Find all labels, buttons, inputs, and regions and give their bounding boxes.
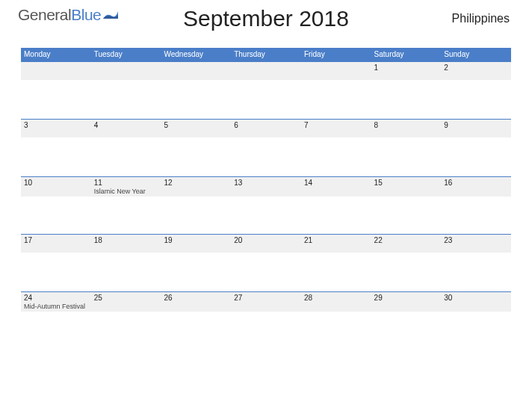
- weekday-header: Sunday: [441, 48, 511, 61]
- day-cell: 5: [161, 120, 231, 137]
- calendar: Monday Tuesday Wednesday Thursday Friday…: [0, 48, 532, 349]
- weekday-header-row: Monday Tuesday Wednesday Thursday Friday…: [21, 48, 511, 61]
- weekday-header: Saturday: [371, 48, 442, 61]
- day-cell: 19: [161, 235, 231, 253]
- day-cell: 16: [441, 177, 511, 197]
- day-cell: [301, 62, 371, 80]
- week-row: 1 2: [21, 61, 511, 119]
- day-cell: 9: [441, 120, 511, 137]
- day-cell: 21: [301, 235, 371, 253]
- day-cell: 24Mid-Autumn Festival: [21, 292, 91, 312]
- day-cell: 2: [441, 62, 511, 80]
- day-cell: 25: [91, 292, 161, 312]
- day-cell: 13: [231, 177, 301, 197]
- day-cell: 15: [371, 177, 442, 197]
- day-cell: 22: [371, 235, 442, 253]
- day-cell: [91, 62, 161, 80]
- day-cell: 12: [161, 177, 231, 197]
- day-cell: [21, 62, 91, 80]
- day-cell: 14: [301, 177, 371, 197]
- weekday-header: Monday: [21, 48, 91, 61]
- day-cell: 20: [231, 235, 301, 253]
- day-cell: 4: [91, 120, 161, 137]
- day-cell: 26: [161, 292, 231, 312]
- day-cell: 17: [21, 235, 91, 253]
- day-cell: 8: [371, 120, 442, 137]
- weekday-header: Friday: [301, 48, 371, 61]
- week-row: 10 11Islamic New Year 12 13 14 15 16: [21, 176, 511, 234]
- day-cell: 1: [371, 62, 442, 80]
- day-cell: [161, 62, 231, 80]
- day-cell: 27: [231, 292, 301, 312]
- day-cell: 23: [441, 235, 511, 253]
- day-cell: 10: [21, 177, 91, 197]
- day-cell: 11Islamic New Year: [91, 177, 161, 197]
- day-cell: 6: [231, 120, 301, 137]
- day-cell: 18: [91, 235, 161, 253]
- header: GeneralBlue September 2018 Philippines: [0, 0, 532, 48]
- day-cell: 3: [21, 120, 91, 137]
- week-row: 3 4 5 6 7 8 9: [21, 119, 511, 176]
- day-cell: 28: [301, 292, 371, 312]
- week-row: 17 18 19 20 21 22 23: [21, 234, 511, 291]
- weekday-header: Wednesday: [161, 48, 231, 61]
- day-cell: 29: [371, 292, 442, 312]
- day-cell: 30: [441, 292, 511, 312]
- weekday-header: Tuesday: [91, 48, 161, 61]
- day-cell: [231, 62, 301, 80]
- country-label: Philippines: [452, 12, 510, 25]
- day-cell: 7: [301, 120, 371, 137]
- week-row: 24Mid-Autumn Festival 25 26 27 28 29 30: [21, 291, 511, 349]
- weekday-header: Thursday: [231, 48, 301, 61]
